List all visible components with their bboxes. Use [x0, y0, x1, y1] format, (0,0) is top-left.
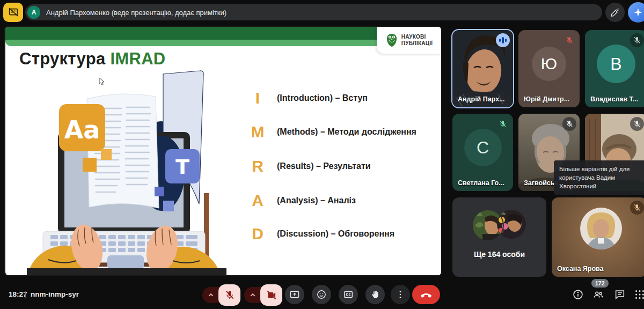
imrad-letter: M: [246, 123, 269, 141]
imrad-item-methods: M (Methods) – Методи дослідження: [246, 121, 416, 143]
participant-tile[interactable]: С Светлана Го...: [452, 114, 513, 191]
svg-text:Aa: Aa: [64, 115, 100, 144]
meeting-code: nnm-inmp-syr: [31, 290, 79, 298]
participant-initial: В: [597, 45, 635, 83]
imrad-letter: D: [246, 225, 269, 243]
captions-icon: [343, 289, 354, 300]
mic-off-icon: [224, 290, 235, 300]
camera-toggle-button[interactable]: [260, 284, 282, 306]
people-panel-button[interactable]: [592, 289, 604, 300]
mic-off-icon: [496, 117, 510, 131]
smiley-icon: [316, 289, 327, 300]
imrad-item-analysis: A (Analysis) – Аналіз: [246, 190, 356, 211]
stop-presenting-button[interactable]: [3, 3, 23, 22]
meet-window: A Андрій Пархоменко (веде презентацію, д…: [0, 0, 644, 309]
imrad-text: (Results) – Результати: [277, 161, 371, 171]
participant-name: Владислав Т...: [590, 95, 638, 103]
participant-tile[interactable]: Андрій Парх...: [452, 30, 513, 107]
gemini-star-icon: [632, 6, 644, 18]
chevron-up-icon: [206, 290, 216, 300]
mic-off-icon: [630, 33, 644, 47]
publisher-logo-text: НАУКОВІ ПУБЛІКАЦІЇ: [401, 34, 433, 47]
more-vertical-icon: [395, 289, 406, 300]
pencil-sparkle-icon: [610, 7, 620, 18]
divider: |: [25, 290, 26, 298]
imrad-letter: I: [246, 89, 269, 107]
mouse-cursor: [98, 77, 106, 86]
publisher-logo: НАУКОВІ ПУБЛІКАЦІЇ: [377, 27, 441, 54]
imrad-text: (Discussion) – Обговорення: [277, 229, 394, 239]
imrad-item-introduction: I (Introduction) – Вступ: [246, 87, 368, 109]
participant-tile[interactable]: В Владислав Т...: [585, 30, 644, 107]
imrad-text: (Analysis) – Аналіз: [277, 196, 356, 205]
participant-name: Оксана Ярова: [557, 265, 604, 273]
slide-title: Структура IMRAD: [19, 49, 166, 69]
speaking-indicator-icon: [496, 33, 510, 47]
present-screen-button[interactable]: [285, 285, 304, 304]
presentation-off-icon: [8, 6, 19, 18]
laptop-writing-illustration: Aa T: [27, 69, 226, 275]
presenter-status-pill: A Андрій Пархоменко (веде презентацію, д…: [25, 4, 602, 20]
svg-text:T: T: [175, 155, 189, 179]
mic-off-icon: [562, 117, 576, 131]
mic-off-icon: [630, 117, 644, 131]
more-options-button[interactable]: [391, 285, 410, 304]
imrad-letter: A: [246, 192, 269, 210]
annotate-button[interactable]: [605, 3, 625, 22]
imrad-letter: R: [246, 157, 269, 175]
participant-name: Юрій Дмитр...: [524, 95, 569, 103]
owl-logo-icon: [385, 33, 398, 48]
presenter-status-text: Андрій Пархоменко (веде презентацію, дод…: [46, 9, 226, 17]
meeting-details-button[interactable]: [572, 289, 584, 300]
end-call-button[interactable]: [412, 285, 440, 304]
more-actions-tooltip: Більше варіантів дій для користувача Вад…: [554, 160, 644, 195]
raise-hand-icon: [370, 289, 380, 300]
imrad-item-results: R (Results) – Результати: [246, 156, 371, 177]
participant-count-badge: 172: [591, 279, 609, 288]
participant-tile[interactable]: Оксана Ярова: [552, 197, 644, 277]
chat-panel-button[interactable]: [614, 289, 626, 300]
reactions-button[interactable]: [312, 285, 331, 304]
imrad-text: (Methods) – Методи дослідження: [277, 127, 416, 137]
mic-off-icon: [562, 33, 576, 47]
mic-toggle-button[interactable]: [218, 284, 240, 306]
participant-name: Светлана Го...: [458, 179, 504, 187]
avatar-photo: [472, 209, 528, 241]
end-call-icon: [420, 288, 433, 301]
gemini-button[interactable]: [628, 2, 644, 23]
camera-off-icon: [266, 290, 277, 300]
slide-top-bar-dark: [5, 27, 441, 40]
more-people-label: Ще 164 особи: [452, 250, 546, 259]
participant-initial: С: [464, 129, 502, 166]
activities-button[interactable]: [634, 289, 644, 300]
imrad-item-discussion: D (Discussion) – Обговорення: [246, 223, 394, 245]
captions-button[interactable]: [339, 285, 358, 304]
chevron-up-icon: [248, 290, 258, 300]
imrad-text: (Introduction) – Вступ: [277, 93, 368, 103]
shared-presentation: НАУКОВІ ПУБЛІКАЦІЇ Структура IMRAD: [5, 27, 441, 275]
participant-initial: Ю: [532, 47, 566, 81]
participant-name: Загвойськ: [524, 179, 558, 187]
presenter-avatar: A: [27, 6, 40, 19]
raise-hand-button[interactable]: [365, 285, 385, 304]
more-participants-tile[interactable]: Ще 164 особи: [452, 197, 546, 277]
present-screen-icon: [289, 289, 300, 300]
avatar-photo: [580, 207, 623, 250]
slide-top-bar-light: [5, 40, 441, 46]
participant-name: Андрій Парх...: [458, 95, 505, 103]
participant-tile[interactable]: Ю Юрій Дмитр...: [518, 30, 580, 107]
mic-off-icon: [630, 201, 644, 215]
